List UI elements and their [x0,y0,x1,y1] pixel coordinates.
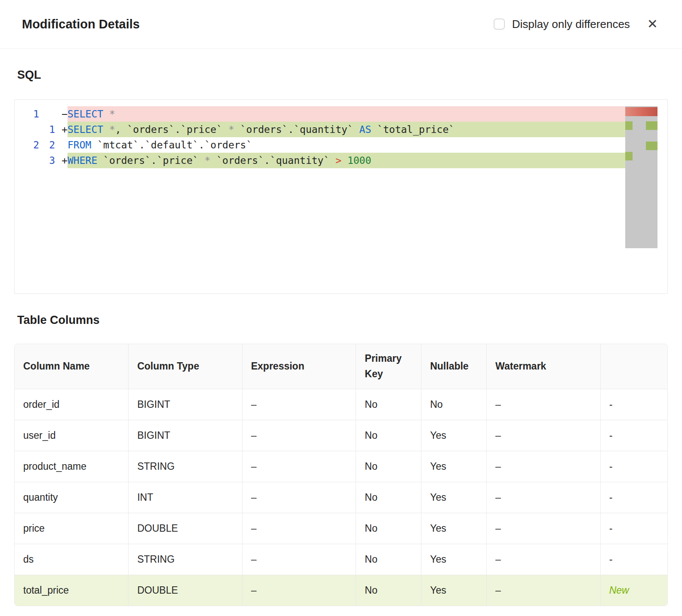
column-header: Primary Key [356,344,421,389]
table-cell: - [600,389,667,420]
table-cell: total_price [15,575,129,606]
dialog-title: Modification Details [22,17,494,31]
minimap-mark-added [625,121,633,130]
table-cell: No [356,575,421,606]
column-header: Expression [242,344,356,389]
table-row: quantityINT–NoYes–- [15,482,667,513]
table-row: dsSTRING–NoYes–- [15,544,667,575]
sql-diff-line: 1−SELECT * [15,106,667,122]
modification-details-dialog: Modification Details Display only differ… [0,0,682,616]
column-header: Watermark [487,344,601,389]
table-cell: – [242,575,356,606]
minimap-mark-removed [625,107,657,116]
table-cell: New [600,575,667,606]
table-cell: STRING [129,451,243,482]
close-icon[interactable]: ✕ [646,17,659,31]
table-cell: – [242,544,356,575]
minimap-mark-added [625,152,633,160]
columns-table-header-row: Column NameColumn TypeExpressionPrimary … [15,344,667,389]
dialog-header: Modification Details Display only differ… [0,0,682,49]
sql-diff-line: 1+SELECT *, `orders`.`price` * `orders`.… [15,122,667,137]
table-cell: No [356,544,421,575]
table-cell: Yes [421,482,487,513]
table-row: user_idBIGINT–NoYes–- [15,420,667,451]
table-cell: ds [15,544,129,575]
table-cell: – [487,482,601,513]
table-cell: Yes [421,451,487,482]
table-cell: No [421,389,487,420]
display-only-differences-toggle[interactable]: Display only differences [494,18,630,31]
table-cell: – [487,544,601,575]
minimap[interactable] [625,106,657,248]
table-row: priceDOUBLE–NoYes–- [15,513,667,544]
differences-checkbox-label: Display only differences [512,18,630,31]
column-header: Column Name [15,344,129,389]
table-cell: STRING [129,544,243,575]
table-cell: - [600,544,667,575]
table-cell: – [487,513,601,544]
table-cell: No [356,482,421,513]
minimap-mark-added [646,142,657,150]
table-cell: – [487,575,601,606]
table-cell: – [487,451,601,482]
table-cell: No [356,513,421,544]
column-header: Column Type [129,344,243,389]
table-row: total_priceDOUBLE–NoYes–New [15,575,667,606]
sql-diff-editor[interactable]: 1−SELECT *1+SELECT *, `orders`.`price` *… [14,99,668,294]
table-cell: Yes [421,575,487,606]
table-row: order_idBIGINT–NoNo–- [15,389,667,420]
table-cell: Yes [421,420,487,451]
sql-editor-lines: 1−SELECT *1+SELECT *, `orders`.`price` *… [15,106,667,168]
columns-table: Column NameColumn TypeExpressionPrimary … [14,344,668,606]
table-cell: No [356,420,421,451]
table-cell: product_name [15,451,129,482]
table-cell: Yes [421,513,487,544]
table-cell: order_id [15,389,129,420]
table-cell: INT [129,482,243,513]
table-cell: user_id [15,420,129,451]
table-cell: – [242,482,356,513]
table-cell: – [242,451,356,482]
table-cell: Yes [421,544,487,575]
table-cell: - [600,482,667,513]
differences-checkbox[interactable] [494,18,505,30]
table-cell: BIGINT [129,420,243,451]
table-cell: – [242,420,356,451]
table-cell: DOUBLE [129,575,243,606]
column-header [600,344,667,389]
table-cell: – [487,420,601,451]
sql-diff-line: 22FROM `mtcat`.`default`.`orders` [15,137,667,153]
table-cell: No [356,389,421,420]
sql-section-heading: SQL [17,68,665,82]
table-cell: - [600,420,667,451]
table-cell: DOUBLE [129,513,243,544]
table-cell: No [356,451,421,482]
table-cell: BIGINT [129,389,243,420]
table-cell: – [242,389,356,420]
columns-table-body: order_idBIGINT–NoNo–-user_idBIGINT–NoYes… [15,389,667,606]
table-cell: – [487,389,601,420]
dialog-body: SQL 1−SELECT *1+SELECT *, `orders`.`pric… [0,68,682,606]
table-cell: quantity [15,482,129,513]
sql-diff-line: 3+WHERE `orders`.`price` * `orders`.`qua… [15,153,667,168]
minimap-mark-added [646,121,657,130]
table-cell: price [15,513,129,544]
column-header: Nullable [421,344,487,389]
table-columns-heading: Table Columns [17,314,665,327]
table-cell: – [242,513,356,544]
table-cell: - [600,451,667,482]
table-row: product_nameSTRING–NoYes–- [15,451,667,482]
table-cell: - [600,513,667,544]
